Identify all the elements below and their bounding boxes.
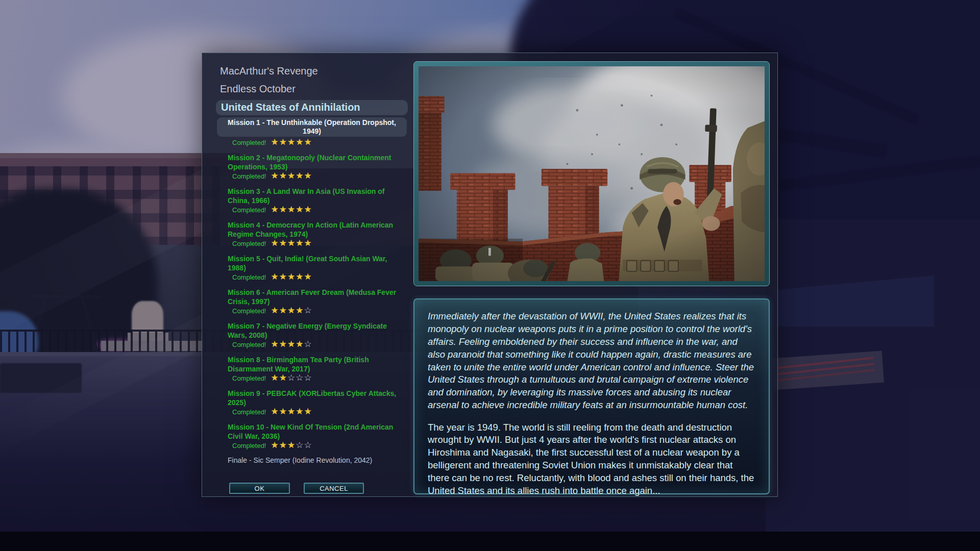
mission-stars-filled: ★★★★★ — [271, 272, 312, 282]
mission-status: Completed! — [232, 408, 266, 416]
campaign-item-endless-october[interactable]: Endless October — [220, 82, 404, 95]
description-paragraph: Immediately after the devastation of WWI… — [428, 310, 755, 412]
mission-status: Completed! — [232, 341, 266, 348]
mission-stars-filled: ★★★ — [271, 440, 296, 450]
mission-status-row: Completed!★★★★☆ — [228, 306, 404, 316]
mission-item-3[interactable]: Mission 3 - A Land War In Asia (US Invas… — [220, 187, 404, 215]
mission-item-10[interactable]: Mission 10 - New Kind Of Tension (2nd Am… — [220, 422, 404, 450]
mission-item-6[interactable]: Mission 6 - American Fever Dream (Medusa… — [220, 288, 404, 316]
ok-button[interactable]: OK — [229, 483, 290, 494]
campaign-item-united-states-of-annihilation[interactable]: United States of Annihilation — [216, 100, 408, 115]
campaign-list: MacArthur's Revenge Endless October Unit… — [220, 64, 404, 464]
description-paragraph: The year is 1949. The world is still ree… — [428, 421, 755, 497]
mission-status: Completed! — [232, 307, 266, 315]
mission-title: Mission 3 - A Land War In Asia (US Invas… — [228, 187, 385, 205]
mission-item-5[interactable]: Mission 5 - Quit, India! (Great South As… — [220, 254, 404, 282]
mission-status-row: Completed!★★☆☆☆ — [228, 373, 404, 383]
mission-stars-empty: ☆ — [304, 306, 312, 315]
mission-title: Mission 5 - Quit, India! (Great South As… — [228, 255, 387, 272]
mission-stars-filled: ★★★★★ — [271, 205, 312, 214]
mission-list: Mission 1 - The Unthinkable (Operation D… — [220, 117, 404, 450]
mission-status: Completed! — [232, 206, 266, 214]
mission-photo-frame — [413, 61, 770, 286]
mission-title: Mission 2 - Megatonopoly (Nuclear Contai… — [228, 154, 391, 171]
campaign-description: Immediately after the devastation of WWI… — [413, 298, 770, 494]
game-screen: MacArthur's Revenge Endless October Unit… — [0, 0, 980, 551]
mission-stars-filled: ★★★★ — [271, 339, 304, 349]
mission-stars-empty: ☆ — [304, 339, 312, 349]
mission-status-row: Completed!★★★★☆ — [228, 340, 404, 349]
dialog-buttons: OK CANCEL — [229, 483, 364, 494]
letterbox — [0, 532, 980, 551]
mission-item-1[interactable]: Mission 1 - The Unthinkable (Operation D… — [220, 117, 404, 147]
mission-item-8[interactable]: Mission 8 - Birmingham Tea Party (Britis… — [220, 355, 404, 383]
cancel-button[interactable]: CANCEL — [304, 483, 364, 494]
mission-photo — [419, 66, 765, 281]
mission-title: Mission 6 - American Fever Dream (Medusa… — [228, 288, 396, 306]
mission-item-4[interactable]: Mission 4 - Democracy In Action (Latin A… — [220, 220, 404, 248]
mission-status-row: Completed!★★★★★ — [220, 138, 404, 147]
mission-status: Completed! — [232, 240, 266, 247]
mission-status: Completed! — [232, 139, 266, 146]
mission-stars-filled: ★★★★ — [271, 306, 304, 315]
mission-item-9[interactable]: Mission 9 - PEBCAK (XORLibertas Cyber At… — [220, 389, 404, 417]
mission-stars-filled: ★★★★★ — [271, 137, 312, 147]
mission-status-row: Completed!★★★★★ — [228, 272, 404, 282]
mission-title: Mission 9 - PEBCAK (XORLibertas Cyber At… — [228, 389, 396, 407]
mission-stars-filled: ★★★★★ — [271, 407, 312, 416]
finale-item[interactable]: Finale - Sic Semper (Iodine Revolution, … — [220, 456, 404, 464]
mission-title: Mission 4 - Democracy In Action (Latin A… — [228, 221, 393, 238]
mission-item-7[interactable]: Mission 7 - Negative Energy (Energy Synd… — [220, 321, 404, 349]
mission-title: Mission 7 - Negative Energy (Energy Synd… — [228, 322, 387, 339]
mission-stars-empty: ☆☆☆ — [287, 373, 312, 383]
mission-status-row: Completed!★★★★★ — [228, 171, 404, 181]
mission-stars-filled: ★★ — [271, 373, 287, 383]
mission-status-row: Completed!★★★★★ — [228, 239, 404, 248]
mission-status-row: Completed!★★★★★ — [228, 407, 404, 417]
mission-status: Completed! — [232, 273, 266, 281]
mission-item-2[interactable]: Mission 2 - Megatonopoly (Nuclear Contai… — [220, 153, 404, 181]
mission-title: Mission 8 - Birmingham Tea Party (Britis… — [228, 356, 369, 373]
mission-status-row: Completed!★★★☆☆ — [228, 441, 404, 450]
mission-stars-filled: ★★★★★ — [271, 171, 312, 181]
mission-status: Completed! — [232, 374, 266, 382]
mission-status-row: Completed!★★★★★ — [228, 205, 404, 215]
mission-status: Completed! — [232, 172, 266, 180]
mission-status: Completed! — [232, 442, 266, 449]
mission-title: Mission 1 - The Unthinkable (Operation D… — [217, 117, 407, 137]
mission-title: Mission 10 - New Kind Of Tension (2nd Am… — [228, 423, 393, 440]
campaign-item-macarthurs-revenge[interactable]: MacArthur's Revenge — [220, 64, 404, 78]
mission-stars-empty: ☆☆ — [296, 440, 312, 450]
mission-stars-filled: ★★★★★ — [271, 238, 312, 248]
campaign-select-dialog: MacArthur's Revenge Endless October Unit… — [202, 53, 778, 497]
